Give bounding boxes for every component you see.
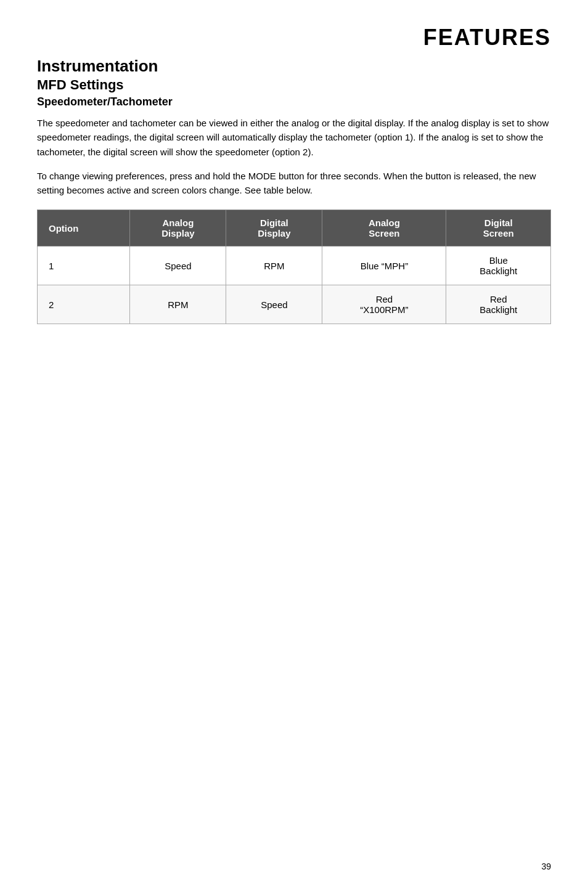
section-title: Instrumentation <box>37 57 551 76</box>
sub-sub-section-title: Speedometer/Tachometer <box>37 96 551 108</box>
cell-analog-display: Speed <box>130 246 226 285</box>
cell-digital-screen: RedBacklight <box>446 285 551 324</box>
table-row: 2RPMSpeedRed“X100RPM”RedBacklight <box>38 285 551 324</box>
col-header-digital-screen: DigitalScreen <box>446 210 551 246</box>
cell-option: 2 <box>38 285 130 324</box>
body-paragraph-1: The speedometer and tachometer can be vi… <box>37 116 551 159</box>
page-title: FEATURES <box>423 25 551 50</box>
col-header-analog-display: AnalogDisplay <box>130 210 226 246</box>
table-container: Option AnalogDisplay DigitalDisplay Anal… <box>37 210 551 324</box>
options-table: Option AnalogDisplay DigitalDisplay Anal… <box>37 210 551 324</box>
cell-analog-display: RPM <box>130 285 226 324</box>
col-header-digital-display: DigitalDisplay <box>226 210 322 246</box>
body-paragraph-2: To change viewing preferences, press and… <box>37 169 551 198</box>
table-row: 1SpeedRPMBlue “MPH”BlueBacklight <box>38 246 551 285</box>
sub-section-title: MFD Settings <box>37 77 551 93</box>
cell-analog-screen: Blue “MPH” <box>322 246 446 285</box>
col-header-option: Option <box>38 210 130 246</box>
cell-analog-screen: Red“X100RPM” <box>322 285 446 324</box>
page-header: FEATURES <box>37 25 551 51</box>
cell-option: 1 <box>38 246 130 285</box>
cell-digital-display: Speed <box>226 285 322 324</box>
cell-digital-display: RPM <box>226 246 322 285</box>
page-number: 39 <box>541 861 551 871</box>
col-header-analog-screen: AnalogScreen <box>322 210 446 246</box>
table-header-row: Option AnalogDisplay DigitalDisplay Anal… <box>38 210 551 246</box>
cell-digital-screen: BlueBacklight <box>446 246 551 285</box>
